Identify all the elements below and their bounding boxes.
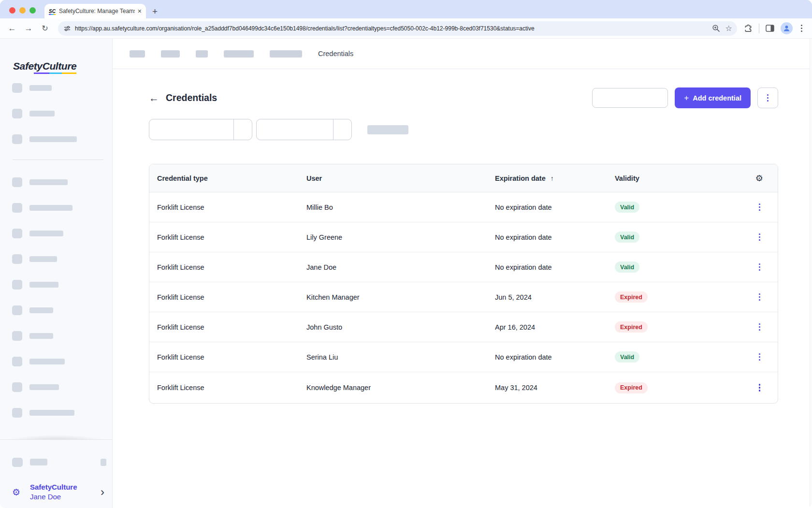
cell-expiration-date: Jun 5, 2024 xyxy=(487,293,607,301)
nav-item-credentials[interactable]: Credentials xyxy=(318,50,353,58)
sidebar-skeleton-item xyxy=(0,203,112,213)
user-name: Jane Doe xyxy=(30,493,61,501)
logo-gradient-underline xyxy=(34,73,76,74)
table-row[interactable]: Forklift License John Gusto Apr 16, 2024… xyxy=(149,312,778,342)
page-title: Credentials xyxy=(166,92,217,103)
validity-badge: Expired xyxy=(615,291,648,303)
column-header-expiration-date[interactable]: Expiration date ↑ xyxy=(487,174,607,182)
validity-badge: Valid xyxy=(615,232,639,243)
sidebar-skeleton-item xyxy=(0,382,112,392)
table-row[interactable]: Forklift License Knowledge Manager May 3… xyxy=(149,372,778,403)
sidebar-skeleton-item xyxy=(0,357,112,366)
sidebar: SafetyCulture xyxy=(0,39,113,508)
cell-expiration-date: No expiration date xyxy=(487,203,607,211)
maximize-window-button[interactable] xyxy=(29,7,36,14)
org-name: SafetyCulture xyxy=(30,483,77,491)
filter-select-2[interactable] xyxy=(256,119,352,140)
row-actions-kebab-icon[interactable] xyxy=(756,350,778,363)
safetyculture-favicon-icon: SC xyxy=(49,9,56,14)
page-scrollbar[interactable] xyxy=(810,39,812,508)
site-info-icon[interactable] xyxy=(64,25,71,32)
safetyculture-logo: SafetyCulture xyxy=(13,60,76,72)
filter-select-1[interactable] xyxy=(149,119,252,140)
cell-expiration-date: No expiration date xyxy=(487,353,607,361)
row-actions-kebab-icon[interactable] xyxy=(756,201,778,214)
sidebar-footer: ⚙ SafetyCulture Jane Doe › xyxy=(0,439,112,508)
column-header-validity[interactable]: Validity xyxy=(607,174,701,182)
address-bar[interactable]: https://app.au.safetyculture.com/organis… xyxy=(58,21,737,36)
sidebar-skeleton-item xyxy=(0,83,112,93)
extensions-icon[interactable] xyxy=(744,24,753,33)
cell-user: Millie Bo xyxy=(299,203,487,211)
sidebar-divider xyxy=(13,160,103,160)
browser-toolbar: ← → ↻ https://app.au.safetyculture.com/o… xyxy=(0,18,812,39)
toolbar-right-icons xyxy=(744,22,804,34)
tab-title: SafetyCulture: Manage Teams and... xyxy=(59,8,135,15)
credentials-table: Credential type User Expiration date ↑ V… xyxy=(149,164,778,404)
filter-select-2-caret[interactable] xyxy=(333,119,351,140)
row-actions-kebab-icon[interactable] xyxy=(756,261,778,274)
table-row[interactable]: Forklift License Jane Doe No expiration … xyxy=(149,252,778,282)
window-controls xyxy=(9,7,36,14)
validity-badge: Valid xyxy=(615,202,639,213)
row-actions-kebab-icon[interactable] xyxy=(756,231,778,244)
bookmark-star-icon[interactable]: ☆ xyxy=(725,24,732,33)
reload-icon[interactable]: ↻ xyxy=(39,24,51,33)
table-row[interactable]: Forklift License Serina Liu No expiratio… xyxy=(149,342,778,372)
sidebar-skeleton-item xyxy=(0,109,112,118)
sidebar-skeleton-item xyxy=(0,280,112,290)
sidebar-skeleton-item xyxy=(0,408,112,418)
column-settings-gear-icon[interactable]: ⚙ xyxy=(755,174,778,183)
filter-bar xyxy=(149,119,812,140)
row-actions-kebab-icon[interactable] xyxy=(756,320,778,334)
toolbar-separator xyxy=(759,24,759,33)
browser-menu-kebab-icon[interactable] xyxy=(799,23,804,34)
column-header-user[interactable]: User xyxy=(299,174,487,182)
row-actions-kebab-icon[interactable] xyxy=(756,290,778,304)
cell-user: Serina Liu xyxy=(299,353,487,361)
back-icon[interactable]: ← xyxy=(6,24,18,33)
plus-icon: + xyxy=(684,93,689,103)
table-row[interactable]: Forklift License Kitchen Manager Jun 5, … xyxy=(149,282,778,312)
column-header-credential-type[interactable]: Credential type xyxy=(149,174,299,182)
minimize-window-button[interactable] xyxy=(19,7,26,14)
nav-skeleton-item xyxy=(224,50,254,58)
add-credential-button[interactable]: + Add credential xyxy=(675,87,751,108)
sidebar-skeleton-item xyxy=(0,229,112,238)
back-arrow-icon[interactable]: ← xyxy=(149,93,159,103)
cell-user: Knowledge Manager xyxy=(299,384,487,392)
new-tab-button[interactable]: + xyxy=(152,7,158,16)
profile-avatar[interactable] xyxy=(781,22,793,34)
cell-credential-type: Forklift License xyxy=(149,263,299,271)
expiration-header-label: Expiration date xyxy=(495,174,546,182)
cell-user: John Gusto xyxy=(299,323,487,331)
page-menu-kebab-button[interactable] xyxy=(757,87,778,108)
browser-tab[interactable]: SC SafetyCulture: Manage Teams and... × xyxy=(44,4,146,18)
zoom-icon[interactable] xyxy=(712,24,720,32)
validity-badge: Valid xyxy=(615,351,639,363)
close-window-button[interactable] xyxy=(9,7,15,14)
add-credential-label: Add credential xyxy=(693,94,741,102)
row-actions-kebab-icon[interactable] xyxy=(756,381,778,394)
search-input[interactable] xyxy=(592,88,668,108)
validity-badge: Expired xyxy=(615,382,648,393)
cell-credential-type: Forklift License xyxy=(149,203,299,211)
forward-icon[interactable]: → xyxy=(22,24,35,33)
table-row[interactable]: Forklift License Lily Greene No expirati… xyxy=(149,222,778,252)
kebab-icon xyxy=(767,94,769,102)
org-switcher[interactable]: ⚙ SafetyCulture Jane Doe › xyxy=(12,482,106,502)
logo-text-safety: Safety xyxy=(13,60,43,72)
url-text[interactable]: https://app.au.safetyculture.com/organis… xyxy=(75,25,707,32)
side-panel-icon[interactable] xyxy=(766,25,774,32)
nav-skeleton-item xyxy=(270,50,302,58)
sidebar-skeleton-item xyxy=(0,134,112,144)
table-header-row: Credential type User Expiration date ↑ V… xyxy=(149,164,778,192)
table-row[interactable]: Forklift License Millie Bo No expiration… xyxy=(149,192,778,222)
browser-window: SC SafetyCulture: Manage Teams and... × … xyxy=(0,0,812,508)
main-content: Credentials ← Credentials + Add credenti… xyxy=(113,39,812,508)
sidebar-footer-skeleton-item xyxy=(12,458,106,467)
nav-skeleton-item xyxy=(196,50,208,58)
chevron-right-icon: › xyxy=(101,486,106,498)
filter-select-1-caret[interactable] xyxy=(233,119,252,140)
tab-close-icon[interactable]: × xyxy=(138,7,142,15)
